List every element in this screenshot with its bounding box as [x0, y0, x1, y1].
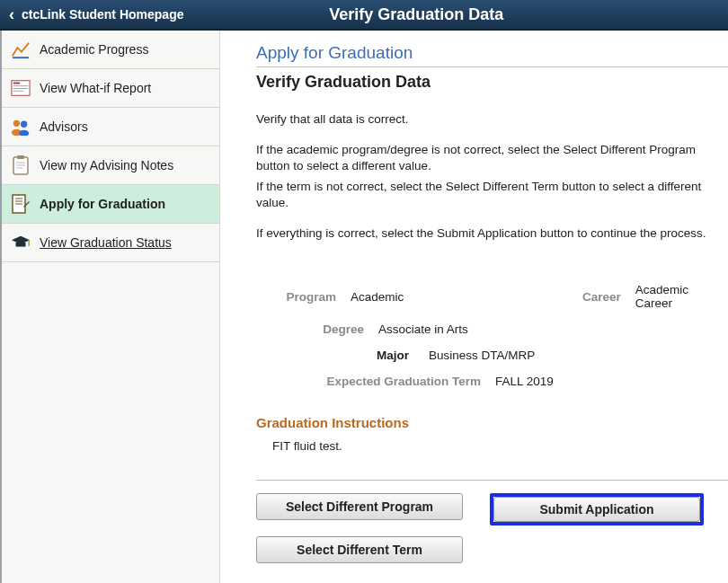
- sidebar-item-label: View Graduation Status: [40, 235, 172, 250]
- sidebar-item-advising-notes[interactable]: View my Advising Notes: [2, 146, 219, 185]
- degree-value: Associate in Arts: [364, 322, 468, 336]
- progress-chart-icon: [11, 40, 31, 59]
- divider: [256, 66, 728, 67]
- people-icon: [11, 117, 31, 137]
- sidebar-item-academic-progress[interactable]: Academic Progress: [2, 31, 219, 69]
- sidebar-item-label: Advisors: [40, 119, 88, 134]
- verify-heading: Verify Graduation Data: [256, 73, 728, 92]
- sidebar-item-advisors[interactable]: Advisors: [2, 108, 219, 146]
- apply-heading: Apply for Graduation: [256, 43, 728, 63]
- sidebar-item-apply-graduation[interactable]: Apply for Graduation: [2, 185, 219, 224]
- graduation-cap-icon: [11, 233, 31, 252]
- back-link[interactable]: ctcLink Student Homepage: [22, 7, 183, 22]
- major-label: Major: [256, 349, 409, 362]
- instruction-line: If everything is correct, select the Sub…: [256, 225, 728, 242]
- graduation-instructions-heading: Graduation Instructions: [256, 415, 728, 430]
- sidebar-item-label: View What-if Report: [40, 81, 151, 95]
- svg-point-6: [21, 121, 27, 128]
- sidebar-item-graduation-status[interactable]: View Graduation Status: [2, 224, 219, 262]
- svg-rect-4: [13, 91, 23, 92]
- instruction-line: If the academic program/degree is not co…: [256, 142, 728, 174]
- graduation-details: Program Academic Career Academic Career …: [256, 283, 728, 388]
- major-value: Business DTA/MRP: [409, 349, 535, 362]
- select-different-program-button[interactable]: Select Different Program: [256, 493, 463, 520]
- svg-rect-1: [13, 83, 20, 84]
- submit-highlight: Submit Application: [490, 493, 704, 526]
- sidebar-item-label: Academic Progress: [40, 42, 148, 57]
- expected-term-label: Expected Graduation Term: [256, 375, 481, 388]
- instruction-line: If the term is not correct, select the S…: [256, 179, 728, 211]
- sidebar: Academic Progress View What-if Report Ad…: [0, 31, 220, 583]
- graduation-instructions-body: FIT fluid test.: [272, 439, 728, 453]
- career-value: Academic Career: [621, 283, 728, 310]
- instruction-line: Verify that all data is correct.: [256, 111, 728, 128]
- svg-rect-3: [13, 88, 29, 89]
- career-label: Career: [559, 290, 621, 304]
- select-different-term-button[interactable]: Select Different Term: [256, 536, 463, 563]
- instruction-text: Verify that all data is correct. If the …: [256, 111, 728, 242]
- program-value: Academic: [336, 290, 559, 304]
- back-chevron-icon[interactable]: ‹: [0, 6, 22, 22]
- title-bar: ‹ ctcLink Student Homepage Verify Gradua…: [0, 0, 728, 31]
- report-icon: [11, 78, 31, 98]
- sidebar-item-whatif-report[interactable]: View What-if Report: [2, 69, 219, 108]
- page-title: Verify Graduation Data: [329, 5, 503, 24]
- expected-term-value: FALL 2019: [481, 375, 554, 388]
- apply-form-icon: [11, 194, 31, 214]
- clipboard-icon: [11, 155, 31, 175]
- degree-label: Degree: [256, 322, 364, 336]
- sidebar-item-label: Apply for Graduation: [40, 197, 165, 211]
- main-content: Apply for Graduation Verify Graduation D…: [220, 31, 728, 583]
- divider: [256, 480, 728, 481]
- svg-point-5: [13, 120, 20, 127]
- svg-rect-10: [17, 155, 24, 159]
- svg-rect-2: [13, 85, 29, 86]
- sidebar-item-label: View my Advising Notes: [40, 158, 173, 172]
- program-label: Program: [256, 290, 336, 304]
- svg-rect-19: [16, 243, 26, 247]
- button-row: Select Different Program Submit Applicat…: [256, 493, 728, 563]
- submit-application-button[interactable]: Submit Application: [493, 497, 700, 522]
